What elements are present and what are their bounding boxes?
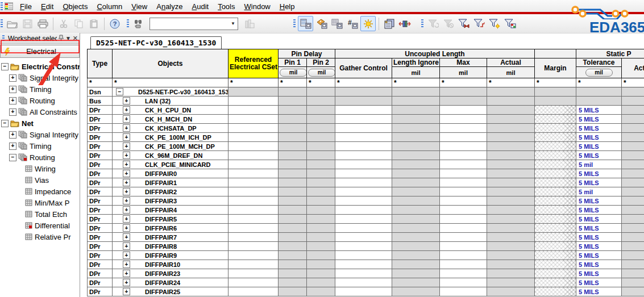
column-header-margin[interactable]: Margin [535,58,576,78]
gather-control-cell[interactable] [335,206,392,215]
filter-cell[interactable]: * [113,78,228,87]
expand-icon[interactable]: + [123,215,130,223]
filter-cell[interactable]: * [622,78,644,87]
expand-icon[interactable]: + [123,197,130,204]
max-cell[interactable] [440,260,487,269]
referenced-cset-cell[interactable] [228,106,279,115]
filter-cell[interactable]: * [307,78,335,87]
filter-highlight-icon[interactable] [487,16,501,31]
help-icon[interactable]: ? [107,16,122,31]
referenced-cset-cell[interactable] [228,206,279,215]
copy-worksheet-icon[interactable] [382,16,396,31]
expand-icon[interactable]: + [123,115,130,123]
referenced-cset-cell[interactable] [228,124,279,133]
objects-cell[interactable]: +DIFFPAIR23 [113,269,228,278]
expand-icon[interactable]: + [123,152,130,159]
combo-dropdown-arrow[interactable]: ▼ [231,21,235,26]
max-cell[interactable] [440,187,487,196]
max-cell[interactable] [440,287,487,296]
filter-cell[interactable]: * [228,78,279,87]
objects-cell[interactable]: +DIFFPAIR8 [113,242,228,251]
max-cell[interactable] [440,251,487,260]
filter-cell[interactable]: * [440,78,487,87]
worksheet-tab[interactable]: D525-NET-PC-v30_160413_1530 [90,36,222,49]
gather-control-cell[interactable] [335,124,392,133]
gather-control-cell[interactable] [335,187,392,196]
tolerance-cell[interactable]: 5 mil [576,160,622,169]
gather-control-cell[interactable] [335,278,392,287]
tolerance-cell[interactable]: 5 MILS [576,133,622,142]
objects-cell[interactable]: +CK_96M_DREF_DN [113,151,228,160]
objects-cell[interactable]: +DIFFPAIR1 [113,178,228,187]
toolbar-drag-handle-2[interactable] [127,19,129,28]
menubar-drag-handle[interactable] [1,2,3,11]
menu-objects[interactable]: Objects [58,1,92,12]
max-cell[interactable] [440,115,487,124]
max-cell[interactable] [440,169,487,178]
collapse-icon[interactable]: − [9,154,16,161]
print-icon[interactable] [36,16,50,31]
referenced-cset-cell[interactable] [228,251,279,260]
column-header-actual[interactable]: Actual [487,58,535,67]
toolbar-drag-handle-4[interactable] [421,19,423,28]
electrical-domain-button[interactable]: Electrical [0,45,80,58]
column-header-actual2[interactable]: Actu [622,58,644,78]
filter-route-icon[interactable] [472,16,486,31]
tolerance-cell[interactable]: 5 MILS [576,260,622,269]
tree-item-total-etch[interactable]: Total Etch [0,208,80,220]
highlight-icon[interactable] [360,16,376,31]
worksheet-view-icon[interactable] [298,16,313,31]
expand-icon[interactable]: + [123,106,130,114]
open-folder-icon[interactable] [5,16,19,31]
referenced-cset-cell[interactable] [228,260,279,269]
expand-icon[interactable]: + [123,124,130,132]
column-header-max[interactable]: Max [440,58,487,67]
menu-audit[interactable]: Audit [188,1,214,12]
menu-analyze[interactable]: Analyze [152,1,187,12]
expand-icon[interactable]: + [123,179,130,186]
objects-cell[interactable]: +DIFFPAIR4 [113,206,228,215]
tree-item-timing[interactable]: +Timing [0,83,80,95]
tree-item-all-constraints[interactable]: +All Constraints [0,106,80,118]
menu-tools[interactable]: Tools [213,1,239,12]
referenced-cset-cell[interactable] [228,278,279,287]
expand-icon[interactable]: + [123,279,130,286]
menu-view[interactable]: View [127,1,152,12]
tree-item-differential[interactable]: Differential [0,220,80,231]
gather-control-cell[interactable] [335,133,392,142]
column-header-pin1[interactable]: Pin 1 [279,58,307,67]
referenced-cset-cell[interactable] [228,196,279,206]
gather-control-cell[interactable] [335,251,392,260]
tolerance-cell[interactable]: 5 MILS [576,124,622,133]
pin-icon[interactable] [59,35,64,42]
tree-item-min-max-p[interactable]: Min/Max P [0,197,80,208]
tolerance-cell[interactable]: 5 MILS [576,196,622,206]
save-icon[interactable] [20,16,35,31]
referenced-cset-cell[interactable] [228,151,279,160]
toolbar-drag-handle-1[interactable] [1,19,3,28]
expand-icon[interactable]: + [9,74,16,82]
expand-icon[interactable]: + [123,133,130,141]
menu-window[interactable]: Window [240,1,275,12]
gather-control-cell[interactable] [335,269,392,278]
referenced-cset-cell[interactable] [228,115,279,124]
toolbar-drag-handle-3[interactable] [293,19,296,28]
referenced-cset-cell[interactable] [228,215,279,224]
objects-cell[interactable]: +CK_PE_100M_ICH_DP [113,133,228,142]
filter-cell[interactable]: * [576,78,622,87]
objects-cell[interactable]: +DIFFPAIR24 [113,278,228,287]
referenced-cset-cell[interactable] [228,133,279,142]
objects-cell[interactable]: +CK_H_MCH_DN [113,115,228,124]
tolerance-cell[interactable]: 5 MILS [576,178,622,187]
gather-control-cell[interactable] [335,142,392,151]
filter-cell[interactable]: * [535,78,576,87]
objects-cell[interactable]: +CK_H_CPU_DN [113,106,228,115]
gather-control-cell[interactable] [335,260,392,269]
filter-clear-icon[interactable] [441,16,455,31]
copy-icon[interactable] [72,16,86,31]
tolerance-cell[interactable]: 5 mil [576,187,622,196]
tolerance-cell[interactable]: 5 MILS [576,142,622,151]
expand-icon[interactable]: + [123,188,130,195]
objects-cell[interactable]: +CLK_PCIE_MINICARD [113,160,228,169]
max-cell[interactable] [440,160,487,169]
